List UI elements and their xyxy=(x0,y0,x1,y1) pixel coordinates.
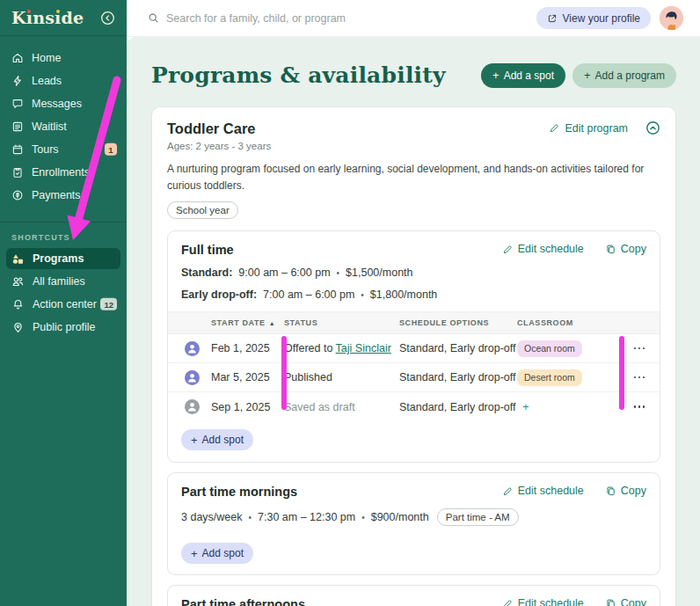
view-profile-button[interactable]: View your profile xyxy=(536,7,652,29)
spot-start-date: Sep 1, 2025 xyxy=(211,401,284,413)
app-window: Kınsıde Home Leads Messages Waitlist xyxy=(0,0,700,606)
column-start-date[interactable]: START DATE▲ xyxy=(211,318,284,327)
sidebar-item-waitlist[interactable]: Waitlist xyxy=(0,115,127,138)
copy-icon xyxy=(605,244,616,255)
search-input[interactable] xyxy=(166,12,528,25)
sidebar-item-label: Home xyxy=(32,52,61,64)
sidebar-item-label: Leads xyxy=(32,75,62,87)
sidebar-item-home[interactable]: Home xyxy=(0,47,127,69)
sidebar-item-leads[interactable]: Leads xyxy=(0,69,127,92)
spot-status: Published xyxy=(284,371,399,383)
pencil-icon xyxy=(502,598,514,606)
bullet-icon: • xyxy=(361,290,364,300)
column-schedule-options: SCHEDULE OPTIONS xyxy=(399,318,517,327)
sidebar-logo-row: Kınsıde xyxy=(0,0,127,36)
plus-icon: + xyxy=(584,69,591,81)
row-menu-icon[interactable] xyxy=(619,400,660,413)
copy-schedule-link[interactable]: Copy xyxy=(605,597,646,606)
spots-table-body: Feb 1, 2025 Offered to Taji Sinclair Sta… xyxy=(168,334,660,421)
edit-schedule-link[interactable]: Edit schedule xyxy=(502,243,584,255)
tours-count-badge: 1 xyxy=(105,143,117,156)
spot-status: Saved as draft xyxy=(284,401,399,413)
plus-icon: + xyxy=(492,69,499,81)
copy-schedule-link[interactable]: Copy xyxy=(605,485,646,497)
sidebar-item-label: Payments xyxy=(32,189,81,201)
collapse-sidebar-icon[interactable] xyxy=(100,11,115,26)
lightning-icon xyxy=(11,75,24,87)
bell-icon xyxy=(11,298,25,311)
sidebar-item-all-families[interactable]: All families xyxy=(0,270,127,293)
plus-icon: + xyxy=(191,548,198,559)
plus-icon: + xyxy=(191,434,198,446)
add-classroom-icon[interactable]: + xyxy=(517,400,529,413)
chat-icon xyxy=(11,98,24,110)
sidebar-item-label: Programs xyxy=(33,252,84,265)
family-link[interactable]: Taji Sinclair xyxy=(336,342,391,354)
sidebar-item-messages[interactable]: Messages xyxy=(0,92,127,115)
logo-dot-red xyxy=(27,10,31,13)
main-content: Programs & availability + Add a spot + A… xyxy=(127,37,700,606)
copy-icon xyxy=(605,486,616,497)
program-card-header: Toddler Care Ages: 2 years - 3 years Edi… xyxy=(167,120,660,151)
program-ages: Ages: 2 years - 3 years xyxy=(167,141,271,151)
schedule-card-part-time-mornings: Part time mornings Edit schedule Copy xyxy=(167,472,660,575)
edit-schedule-link[interactable]: Edit schedule xyxy=(502,597,584,606)
sidebar-item-enrollments[interactable]: Enrollments xyxy=(0,161,127,184)
program-card-toddler-care: Toddler Care Ages: 2 years - 3 years Edi… xyxy=(151,106,676,606)
session-chip: Part time - AM xyxy=(437,508,519,526)
kinside-logo: Kınsıde xyxy=(11,8,84,27)
view-profile-label: View your profile xyxy=(563,12,641,25)
classroom-chip: Desert room xyxy=(517,369,582,386)
add-program-button[interactable]: + Add a program xyxy=(572,63,676,88)
spot-start-date: Feb 1, 2025 xyxy=(211,342,284,354)
page-title: Programs & availability xyxy=(151,62,446,88)
schedule-summary: 3 days/week • 7:30 am – 12:30 pm • $900/… xyxy=(181,508,646,526)
table-row: Sep 1, 2025 Saved as draft Standard, Ear… xyxy=(168,392,660,421)
annotation-bar-menu xyxy=(619,336,624,410)
spot-avatar-icon xyxy=(185,341,200,356)
sidebar-item-label: Enrollments xyxy=(32,166,90,179)
pencil-icon xyxy=(549,122,560,134)
program-tag-chip: School year xyxy=(167,201,238,219)
row-menu-icon[interactable] xyxy=(619,371,660,384)
schedule-name: Full time xyxy=(181,243,234,257)
home-icon xyxy=(11,52,24,64)
classroom-chip: Ocean room xyxy=(517,340,582,357)
sidebar-nav: Home Leads Messages Waitlist Tours 1 xyxy=(0,36,127,207)
user-avatar[interactable] xyxy=(660,6,683,30)
avatar-illustration xyxy=(660,6,683,30)
sidebar-item-programs[interactable]: Programs xyxy=(6,248,120,269)
schedule-card-full-time: Full time Edit schedule Copy xyxy=(167,230,660,463)
spot-schedule-options: Standard, Early drop-off xyxy=(399,342,517,354)
add-program-label: Add a program xyxy=(595,69,665,82)
program-description: A nurturing program focused on early lea… xyxy=(167,161,646,193)
sidebar-item-action-center[interactable]: Action center 12 xyxy=(0,293,127,316)
pencil-icon xyxy=(502,486,514,497)
shortcuts-heading: SHORTCUTS xyxy=(11,233,115,242)
spots-table-header: START DATE▲ STATUS SCHEDULE OPTIONS CLAS… xyxy=(168,311,660,334)
spot-schedule-options: Standard, Early drop-off xyxy=(399,401,517,413)
row-menu-icon[interactable] xyxy=(619,342,660,355)
table-row: Mar 5, 2025 Published Standard, Early dr… xyxy=(168,363,660,392)
bullet-icon: • xyxy=(361,513,365,522)
add-spot-inline-button[interactable]: + Add spot xyxy=(181,543,253,564)
search-icon xyxy=(148,12,159,24)
sidebar-item-payments[interactable]: Payments xyxy=(0,184,127,207)
sidebar-item-label: Waitlist xyxy=(32,120,67,133)
spot-schedule-options: Standard, Early drop-off xyxy=(399,371,517,383)
copy-schedule-link[interactable]: Copy xyxy=(605,243,646,255)
collapse-program-icon[interactable] xyxy=(645,120,660,135)
edit-schedule-link[interactable]: Edit schedule xyxy=(502,485,584,497)
action-center-count-badge: 12 xyxy=(100,298,117,310)
sidebar-item-label: All families xyxy=(33,275,85,288)
add-spot-inline-button[interactable]: + Add spot xyxy=(181,429,253,450)
pencil-icon xyxy=(502,244,514,255)
table-row: Feb 1, 2025 Offered to Taji Sinclair Sta… xyxy=(168,334,660,363)
add-spot-button[interactable]: + Add a spot xyxy=(481,63,565,88)
edit-program-link[interactable]: Edit program xyxy=(549,122,628,135)
sidebar-item-public-profile[interactable]: Public profile xyxy=(0,316,127,339)
calendar-icon xyxy=(11,143,24,156)
column-classroom: CLASSROOM xyxy=(517,318,619,327)
spot-status: Offered to Taji Sinclair xyxy=(284,342,399,354)
sidebar-item-tours[interactable]: Tours 1 xyxy=(0,138,127,161)
